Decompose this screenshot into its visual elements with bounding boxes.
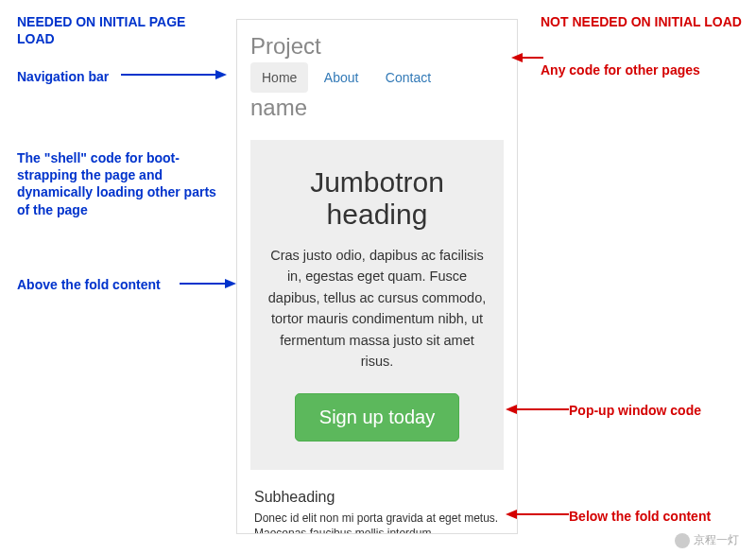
- annotation-above-fold: Above the fold content: [17, 276, 161, 293]
- subheading-text: Donec id elit non mi porta gravida at eg…: [254, 511, 500, 534]
- signup-button[interactable]: Sign up today: [295, 393, 459, 441]
- annotation-shell-code: The "shell" code for boot-strapping the …: [17, 149, 220, 218]
- navigation-bar: Project Home About Contact name: [237, 20, 517, 127]
- annotation-not-needed-header: NOT NEEDED ON INITIAL LOAD: [541, 13, 744, 30]
- jumbotron-text: Cras justo odio, dapibus ac facilisis in…: [266, 245, 489, 372]
- subheading: Subheading: [254, 489, 500, 506]
- mobile-mockup: Project Home About Contact name Jumbotro…: [236, 19, 518, 534]
- annotation-below-fold: Below the fold content: [569, 508, 711, 525]
- brand-name-line1: Project: [250, 33, 321, 61]
- nav-item-about[interactable]: About: [313, 62, 370, 93]
- watermark: 京程一灯: [675, 532, 739, 548]
- nav-items: Home About Contact: [250, 62, 442, 93]
- annotation-needed-header: NEEDED ON INITIAL PAGE LOAD: [17, 13, 215, 47]
- below-fold-section: Subheading Donec id elit non mi porta gr…: [237, 483, 517, 534]
- jumbotron: Jumbotron heading Cras justo odio, dapib…: [250, 140, 504, 470]
- nav-item-contact[interactable]: Contact: [374, 62, 442, 93]
- watermark-text: 京程一灯: [694, 532, 739, 548]
- annotation-navigation-bar: Navigation bar: [17, 68, 109, 85]
- brand-name-line2: name: [250, 95, 504, 121]
- annotation-other-pages: Any code for other pages: [541, 61, 700, 78]
- jumbotron-heading: Jumbotron heading: [266, 166, 489, 232]
- nav-item-home[interactable]: Home: [250, 62, 308, 93]
- watermark-icon: [675, 533, 690, 548]
- annotation-popup: Pop-up window code: [569, 402, 701, 419]
